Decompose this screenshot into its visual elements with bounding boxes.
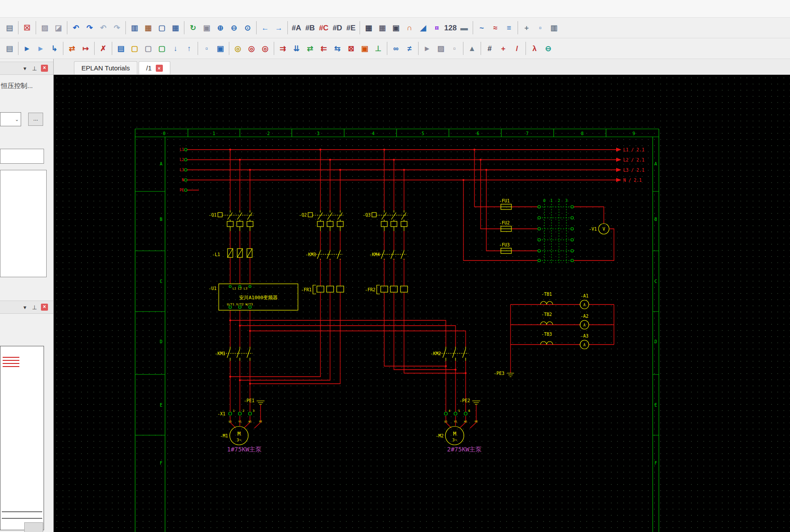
close-icon[interactable]: × bbox=[156, 65, 163, 72]
breaker-q3-group[interactable]: -Q3 bbox=[363, 210, 408, 231]
breaker-q2-group[interactable]: -Q2 bbox=[299, 210, 344, 231]
zoom-out-icon[interactable]: ⊖ bbox=[227, 21, 241, 35]
add-connection-icon[interactable]: + bbox=[496, 41, 510, 55]
fuse-group[interactable]: -FU1 -FU2 -FU3 bbox=[499, 198, 511, 253]
signal-tracking-icon[interactable]: ⇊ bbox=[290, 41, 303, 55]
text-size-128-icon[interactable]: 128 bbox=[444, 21, 457, 35]
page-tree-list[interactable] bbox=[0, 170, 47, 277]
collapsed-panel-fragment[interactable] bbox=[24, 522, 43, 532]
net-tracking-icon[interactable]: ⇇ bbox=[317, 41, 331, 55]
terminal-strip-x1-group[interactable]: -X1 1 2 3 4 5 6 bbox=[217, 409, 470, 416]
stamp-icon[interactable]: ▲ bbox=[465, 41, 479, 55]
tab-project[interactable]: EPLAN Tutorials bbox=[74, 61, 137, 74]
voltmeter-v1-group[interactable]: V -V1 bbox=[589, 224, 609, 234]
breaker-q1-group[interactable]: -Q1 bbox=[209, 210, 254, 231]
pin-icon[interactable]: ⊥ bbox=[31, 304, 38, 311]
page-export-icon[interactable]: ↑ bbox=[182, 41, 196, 55]
grid-b-icon[interactable]: #B bbox=[303, 21, 317, 35]
page-import-icon[interactable]: ↓ bbox=[169, 41, 182, 55]
paste-icon[interactable]: ▤ bbox=[3, 21, 16, 35]
redo-history-icon[interactable]: ↷ bbox=[110, 21, 124, 35]
potential-tracking-icon[interactable]: ⇉ bbox=[276, 41, 290, 55]
window-tile-icon[interactable]: ▥ bbox=[128, 21, 141, 35]
menu-item[interactable] bbox=[91, 0, 100, 17]
thermal-relay-fr2-group[interactable]: -FR2 bbox=[365, 285, 408, 294]
menu-item[interactable] bbox=[42, 0, 52, 17]
thermal-relay-fr1-group[interactable]: -FR1 bbox=[301, 285, 344, 294]
undo-history-icon[interactable]: ↶ bbox=[96, 21, 110, 35]
filter-combobox[interactable]: ⌄ bbox=[0, 112, 21, 126]
wire-numbering-icon[interactable]: ⇆ bbox=[331, 41, 344, 55]
goto-counterpart-icon[interactable]: ► bbox=[20, 41, 34, 55]
macro-box-icon[interactable]: ▫ bbox=[448, 41, 461, 55]
snap-grid-icon[interactable]: ▦ bbox=[375, 21, 389, 35]
search-field[interactable] bbox=[0, 149, 44, 164]
menu-item[interactable] bbox=[81, 0, 91, 17]
page-open-icon[interactable]: ▢ bbox=[141, 41, 155, 55]
grid-e-icon[interactable]: #E bbox=[344, 21, 358, 35]
schematic-canvas[interactable]: 0 1 2 3 4 5 6 7 8 9 A B C D E F A bbox=[54, 75, 790, 532]
grid-display-icon[interactable]: ▦ bbox=[362, 21, 375, 35]
connection-tracking-icon[interactable]: ⇄ bbox=[303, 41, 317, 55]
snap-magnet-icon[interactable]: ∩ bbox=[403, 21, 416, 35]
ruler-icon[interactable]: ▬ bbox=[457, 21, 471, 35]
contactor-km1-group[interactable]: -KM1 bbox=[215, 347, 253, 361]
grid-a-icon[interactable]: #A bbox=[290, 21, 303, 35]
increment-icon[interactable]: ¤ bbox=[430, 21, 444, 35]
worksheet-icon[interactable]: ▦ bbox=[169, 21, 182, 35]
autoconnect-icon[interactable]: ~ bbox=[475, 21, 489, 35]
angle-connection-icon[interactable]: λ bbox=[528, 41, 541, 55]
format-eraser-icon[interactable]: ◪ bbox=[51, 21, 65, 35]
device-numbering-icon[interactable]: ▣ bbox=[213, 41, 227, 55]
disconnect-icon[interactable]: ≠ bbox=[403, 41, 416, 55]
menu-item[interactable] bbox=[62, 0, 71, 17]
chevron-down-icon[interactable]: ▾ bbox=[22, 65, 28, 72]
close-icon[interactable]: × bbox=[41, 65, 48, 72]
select-frame-icon[interactable]: ▫ bbox=[200, 41, 213, 55]
tab-page-1[interactable]: /1 × bbox=[139, 61, 170, 74]
menu-item[interactable] bbox=[23, 0, 33, 17]
menu-item[interactable] bbox=[71, 0, 81, 17]
contactor-km2-group[interactable]: -KM2 bbox=[430, 347, 468, 361]
pin-icon[interactable]: ⊥ bbox=[31, 65, 38, 72]
connect-icon[interactable]: ∞ bbox=[389, 41, 403, 55]
zoom-in-icon[interactable]: ⊕ bbox=[213, 21, 227, 35]
list-item[interactable] bbox=[0, 249, 46, 262]
insert-grid-icon[interactable]: # bbox=[483, 41, 496, 55]
zoom-100-icon[interactable]: ⊙ bbox=[241, 21, 254, 35]
page-new-icon[interactable]: ▢ bbox=[128, 41, 141, 55]
contactor-km4-group[interactable]: -KM4 bbox=[369, 250, 407, 260]
potential-box-icon[interactable]: ▣ bbox=[358, 41, 371, 55]
zoom-window-icon[interactable]: ▣ bbox=[200, 21, 213, 35]
menu-item[interactable] bbox=[100, 0, 110, 17]
voltage-selector-group[interactable]: 0 1 2 3 bbox=[538, 198, 573, 264]
page-navigator-icon[interactable]: ▤ bbox=[114, 41, 128, 55]
pe3-ground-group[interactable]: -PE3 bbox=[494, 371, 514, 377]
insert-point-icon[interactable]: + bbox=[520, 21, 533, 35]
paste-special-icon[interactable]: ▤ bbox=[3, 41, 16, 55]
format-brush-icon[interactable]: ▨ bbox=[38, 21, 51, 35]
assign-icon[interactable]: ↦ bbox=[79, 41, 92, 55]
close-icon[interactable]: × bbox=[41, 304, 48, 311]
redo-icon[interactable]: ↷ bbox=[83, 21, 96, 35]
inverter-u1-group[interactable]: -U1 L1 L2 L3 安川A1000变频器 U/T1 V/T2 W/T3 bbox=[209, 284, 298, 310]
ct-ammeter-group[interactable]: -TB1 -TB2 -TB3 -A1 -A2 -A3 A A A bbox=[540, 292, 589, 349]
sync-selection-icon[interactable]: ⇄ bbox=[65, 41, 79, 55]
undo-icon[interactable]: ↶ bbox=[69, 21, 83, 35]
align-target-icon[interactable]: ◎ bbox=[245, 41, 258, 55]
back-icon[interactable]: ← bbox=[258, 21, 272, 35]
grid-c-icon[interactable]: #C bbox=[317, 21, 331, 35]
pe2-ground-group[interactable]: -PE2 bbox=[459, 398, 480, 404]
contactor-km3-group[interactable]: -KM3 bbox=[305, 250, 343, 260]
reactor-l1-group[interactable]: -L1 bbox=[212, 249, 252, 257]
list-item[interactable] bbox=[0, 262, 46, 274]
interruption-point-icon[interactable]: ⊠ bbox=[344, 41, 358, 55]
motor-m2-group[interactable]: M 3~ -M2 U1 V1 W1 PE 2#75KW主泵 bbox=[436, 420, 481, 453]
focus-target-icon[interactable]: ◎ bbox=[258, 41, 272, 55]
goto-page-icon[interactable]: ↳ bbox=[48, 41, 61, 55]
pe1-ground-group[interactable]: -PE1 bbox=[244, 398, 265, 404]
autoconnect-off-icon[interactable]: ≈ bbox=[489, 21, 502, 35]
menu-item[interactable] bbox=[52, 0, 62, 17]
connection-update-icon[interactable]: ≡ bbox=[502, 21, 516, 35]
menu-item[interactable] bbox=[33, 0, 42, 17]
